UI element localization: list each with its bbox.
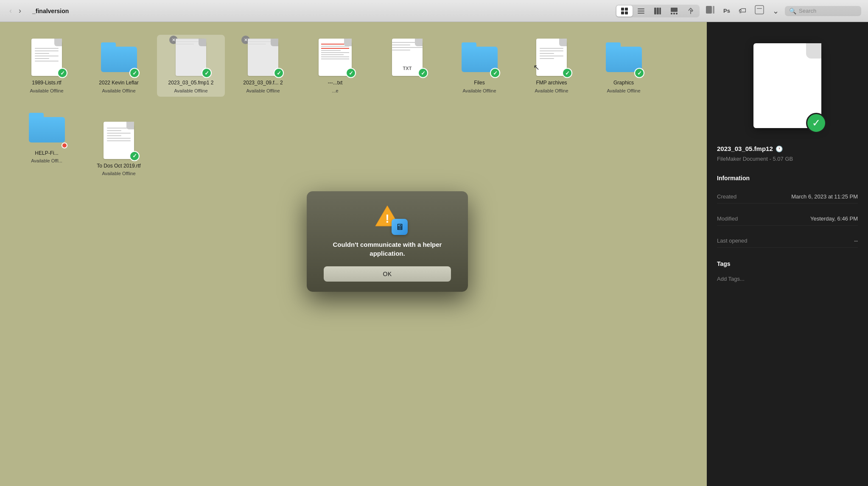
svg-rect-2 [621,11,624,14]
svg-rect-15 [706,6,712,14]
nav-controls: ‹ › [7,5,24,17]
tag-button[interactable]: 🏷 [736,5,749,17]
file-item-1989[interactable]: ✓ 1989-Lists.rtf Available Offline [13,35,81,97]
svg-rect-9 [659,8,661,14]
file-item-2022[interactable]: ✓ 2022 Kevin Leflar Available Offline [85,35,153,97]
file-item-files[interactable]: ✓ Files Available Offline [445,35,513,97]
svg-rect-4 [638,8,644,9]
preview-modified-value: Yesterday, 6:46 PM [810,215,858,222]
file-sublabel: Available Offline [607,88,640,93]
preview-panel: ✓ 2023_03_05.fmp12 🕐 FileMaker Document … [707,22,868,486]
check-badge: ✓ [202,68,212,78]
file-name: Graphics [613,80,634,87]
error-dialog: ! 🖥 Couldn't communicate with a helper a… [307,191,468,292]
folder-icon-graphics [606,42,642,72]
file-item-fmp12[interactable]: ✕ ✓ 2023_03_05.fmp1 2 Available Offline [157,35,225,97]
dialog-ok-button[interactable]: OK [324,266,451,282]
file-item-fmparchives[interactable]: ↖ ✓ FMP archives Available Offline [518,35,585,97]
check-badge: ✓ [634,68,644,78]
file-item-helpfi[interactable]: HELP-Fi... Available Offl... [13,105,81,180]
preview-lastopened-value: -- [854,237,858,244]
svg-rect-17 [755,6,764,14]
folder-icon-files [462,42,498,72]
check-badge: ✓ [274,68,284,78]
file-name: FMP archives [536,80,567,87]
preview-tags-add[interactable]: Add Tags... [717,276,858,282]
svg-rect-10 [671,8,678,12]
search-icon: 🔍 [789,8,796,14]
folder-title: _finalversion [32,8,69,14]
preview-doc-container: ✓ [753,43,821,128]
file-icon-wrap: ✕ ✓ [172,38,210,76]
file-name: HELP-Fi... [35,150,58,157]
dialog-icon: ! 🖥 [375,204,400,232]
pdf-view-button[interactable] [683,6,699,17]
main-layout: ✓ 1989-Lists.rtf Available Offline ✓ 202… [0,22,868,486]
folder-icon-help [29,113,65,142]
file-icon-wrap: ✓ [100,38,138,76]
icon-view-button[interactable] [616,6,633,17]
column-view-button[interactable] [650,6,666,17]
file-icon-wrap: ✓ [460,38,498,76]
svg-rect-8 [657,8,659,14]
check-badge: ✓ [129,151,140,161]
file-name: 2023_03_09.f... 2 [243,80,283,87]
preview-lastopened-row: Last opened -- [717,234,858,248]
preview-created-value: March 6, 2023 at 11:25 PM [791,193,858,200]
svg-text:!: ! [385,212,389,225]
file-icon-wrap: ✕ ✓ [244,38,282,76]
chevron-down-button[interactable]: ⌄ [770,5,781,17]
forward-button[interactable]: › [16,5,24,17]
check-badge: ✓ [490,68,500,78]
file-item-fmp12b[interactable]: ✕ ✓ 2023_03_09.f... 2 Available Offline [229,35,297,97]
file-name: 2022 Kevin Leflar [99,80,138,87]
view-controls [616,5,700,17]
preview-lastopened-label: Last opened [717,237,748,244]
preview-created-label: Created [717,193,736,200]
svg-rect-0 [621,8,624,11]
preview-created-row: Created March 6, 2023 at 11:25 PM [717,190,858,204]
preview-section-info: Information [717,175,858,182]
toolbar: ‹ › _finalversion [0,0,868,22]
file-icon-wrap: ✓ [316,38,354,76]
dialog-message: Couldn't communicate with a helper appli… [324,240,451,258]
svg-rect-5 [638,11,644,11]
preview-filetype: FileMaker Document - 5.07 GB [717,156,858,162]
search-input[interactable] [799,8,850,14]
preview-icon-area: ✓ [717,35,858,137]
preview-tags-title: Tags [717,260,858,267]
toolbar-actions: Ps 🏷 ⌄ [703,3,781,18]
svg-rect-11 [671,13,672,14]
file-grid: ✓ 1989-Lists.rtf Available Offline ✓ 202… [13,35,694,179]
file-icon-wrap [28,109,66,147]
file-icon-wrap: ↖ ✓ [532,38,571,76]
svg-rect-3 [625,11,628,14]
file-sublabel: Available Offline [462,88,496,93]
file-name: To Dos Oct 2019.rtf [97,163,140,170]
action-button[interactable] [752,3,767,18]
file-icon-wrap: ✓ [28,38,66,76]
file-item-todos[interactable]: ✓ To Dos Oct 2019.rtf Available Offline [85,118,153,180]
back-button[interactable]: ‹ [7,5,14,17]
list-view-button[interactable] [633,6,649,17]
file-name: 1989-Lists.rtf [32,80,61,87]
preview-modified-label: Modified [717,215,738,222]
file-name: 2023_03_05.fmp1 2 [168,80,214,87]
file-sublabel: Available Offline [30,88,63,93]
check-badge: ✓ [346,68,356,78]
svg-rect-12 [673,13,675,14]
red-dot-badge [62,142,67,148]
file-item-graphics[interactable]: ✓ Graphics Available Offline [590,35,658,97]
gallery-view-button[interactable] [666,6,682,17]
check-badge: ✓ [129,68,140,78]
search-box[interactable]: 🔍 [785,6,861,16]
file-sublabel: Available Offline [102,171,135,176]
file-item-txt[interactable]: TXT ✓ [373,35,441,97]
file-sublabel: Available Offline [174,88,207,93]
file-sublabel: Available Offline [246,88,280,93]
file-item-spreadsheet[interactable]: ✓ ---...txt ...e [301,35,369,97]
svg-rect-1 [625,8,628,11]
file-sublabel: Available Offline [102,88,135,93]
photoshop-button[interactable]: Ps [721,6,733,16]
preview-button[interactable] [703,3,717,18]
